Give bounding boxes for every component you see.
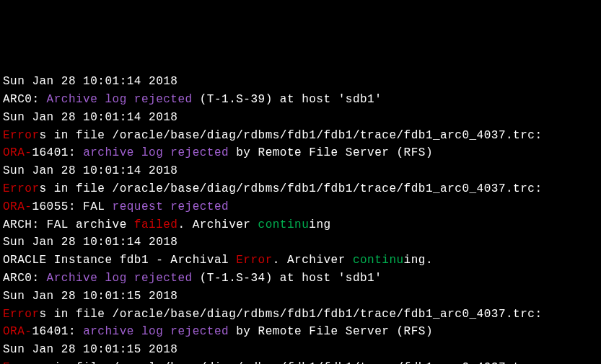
log-segment: ARCH: FAL archive [3, 218, 134, 231]
log-segment: request rejected [113, 200, 229, 213]
log-line: Errors in file /oracle/base/diag/rdbms/f… [3, 359, 598, 364]
log-segment: Error [3, 182, 40, 195]
log-line: ARC0: Archive log rejected (T-1.S-34) at… [3, 270, 598, 288]
log-segment: ORA- [3, 200, 32, 213]
log-segment: Sun Jan 28 10:01:14 2018 [3, 75, 177, 88]
log-line: Sun Jan 28 10:01:15 2018 [3, 288, 598, 306]
log-line: ARCH: FAL archive failed. Archiver conti… [3, 216, 598, 234]
log-segment: Error [3, 361, 40, 364]
log-line: ORA-16055: FAL request rejected [3, 198, 598, 216]
log-segment: Error [3, 129, 40, 142]
log-segment: s in file /oracle/base/diag/rdbms/fdb1/f… [40, 182, 543, 195]
log-line: Errors in file /oracle/base/diag/rdbms/f… [3, 180, 598, 198]
log-line: Sun Jan 28 10:01:15 2018 [3, 341, 598, 359]
log-segment: . Archiver [177, 218, 258, 231]
log-segment: ARC0: [3, 272, 47, 285]
log-line: Errors in file /oracle/base/diag/rdbms/f… [3, 127, 598, 145]
log-segment: ing [309, 218, 330, 231]
log-segment: Archive log rejected [47, 93, 193, 106]
log-segment: ORA- [3, 325, 32, 338]
log-segment: ARC0: [3, 93, 47, 106]
log-line: Sun Jan 28 10:01:14 2018 [3, 162, 598, 180]
log-segment: by Remote File Server (RFS) [229, 325, 433, 338]
log-segment: Sun Jan 28 10:01:14 2018 [3, 164, 177, 177]
log-segment: Error [236, 254, 273, 267]
log-line: ORACLE Instance fdb1 - Archival Error. A… [3, 252, 598, 270]
log-segment: 16055: FAL [32, 200, 112, 213]
log-segment: s in file /oracle/base/diag/rdbms/fdb1/f… [40, 129, 543, 142]
log-segment: (T-1.S-39) at host 'sdb1' [193, 93, 382, 106]
log-segment: failed [134, 218, 178, 231]
log-segment: by Remote File Server (RFS) [229, 146, 433, 159]
log-segment: 16401: [32, 325, 83, 338]
log-segment: Sun Jan 28 10:01:15 2018 [3, 343, 177, 356]
log-segment: Sun Jan 28 10:01:15 2018 [3, 290, 177, 303]
log-line: ORA-16401: archive log rejected by Remot… [3, 323, 598, 341]
terminal-output: Sun Jan 28 10:01:14 2018ARC0: Archive lo… [3, 73, 598, 364]
log-segment: s in file /oracle/base/diag/rdbms/fdb1/f… [40, 361, 543, 364]
log-segment: archive log rejected [83, 146, 229, 159]
log-line: Errors in file /oracle/base/diag/rdbms/f… [3, 306, 598, 324]
log-segment: Sun Jan 28 10:01:14 2018 [3, 236, 177, 249]
log-segment: ing. [404, 254, 433, 267]
log-segment: Sun Jan 28 10:01:14 2018 [3, 111, 177, 124]
log-segment: ORACLE Instance fdb1 - Archival [3, 254, 236, 267]
log-line: Sun Jan 28 10:01:14 2018 [3, 73, 598, 91]
log-segment: continu [353, 254, 404, 267]
log-segment: Error [3, 308, 40, 321]
log-line: Sun Jan 28 10:01:14 2018 [3, 109, 598, 127]
log-line: ARC0: Archive log rejected (T-1.S-39) at… [3, 91, 598, 109]
log-segment: . Archiver [273, 254, 353, 267]
log-segment: s in file /oracle/base/diag/rdbms/fdb1/f… [40, 308, 543, 321]
log-line: ORA-16401: archive log rejected by Remot… [3, 144, 598, 162]
log-segment: ORA- [3, 146, 32, 159]
log-line: Sun Jan 28 10:01:14 2018 [3, 234, 598, 252]
log-segment: (T-1.S-34) at host 'sdb1' [193, 272, 382, 285]
log-segment: continu [258, 218, 310, 231]
log-segment: archive log rejected [83, 325, 229, 338]
log-segment: Archive log rejected [47, 272, 193, 285]
log-segment: 16401: [32, 146, 83, 159]
